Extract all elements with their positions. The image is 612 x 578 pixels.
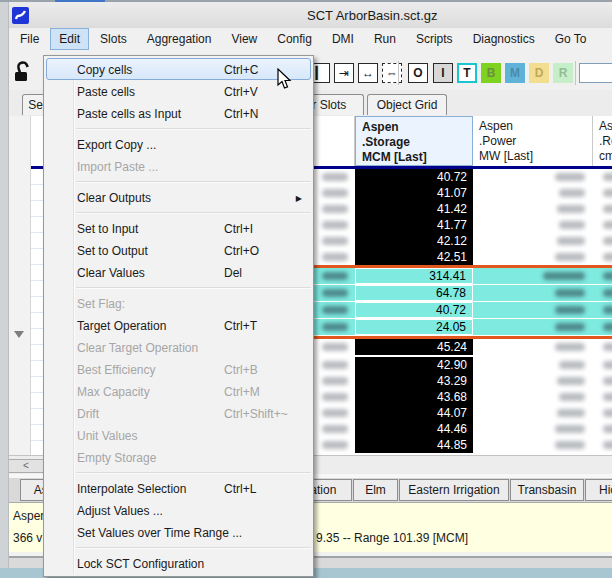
menubar-item-dmi[interactable]: DMI [323,28,363,50]
power-value-cell-redacted [473,302,593,318]
menu-item-set-values-over-time-range[interactable]: Set Values over Time Range ... [46,521,311,543]
power-value-cell-redacted [473,185,593,201]
menubar-item-config[interactable]: Config [268,28,321,50]
power-value-cell-redacted [473,319,593,335]
menu-item-paste-cells-as-input[interactable]: Paste cells as InputCtrl+N [46,102,311,124]
menu-item-lock-sct-configuration[interactable]: Lock SCT Configuration [46,552,311,574]
menu-item-copy-cells[interactable]: Copy cellsCtrl+C [46,58,311,80]
menubar-item-scripts[interactable]: Scripts [407,28,462,50]
expand-column-right-icon[interactable]: ⇥ [334,63,354,83]
menubar-item-aggregation[interactable]: Aggregation [138,28,221,50]
flag-button-r[interactable]: R [553,63,573,83]
menu-item-paste-cells[interactable]: Paste cellsCtrl+V [46,80,311,102]
menu-item-adjust-values[interactable]: Adjust Values ... [46,499,311,521]
power-value-cell-redacted [473,217,593,233]
flag-button-b[interactable]: B [481,63,501,83]
flag-button-m[interactable]: M [505,63,525,83]
column-header-aspen-storage[interactable]: Aspen.StorageMCM [Last] [355,116,473,166]
flag-button-i[interactable]: I [433,63,453,83]
column-header-asp-re[interactable]: Asp.Recms [593,116,612,166]
third-value-cell-redacted [593,421,612,437]
menu-item-clear-outputs[interactable]: Clear Outputs▶ [46,186,311,208]
menu-item-set-to-output[interactable]: Set to OutputCtrl+O [46,239,311,261]
menubar-item-file[interactable]: File [11,28,48,50]
redacted-blur [555,343,585,351]
redacted-blur [559,221,585,229]
storage-value-cell[interactable]: 41.77 [355,217,473,233]
third-value-cell-redacted [593,169,612,185]
flag-button-o[interactable]: O [408,63,428,83]
menubar-item-edit[interactable]: Edit [50,28,89,50]
storage-value-cell[interactable]: 44.46 [355,421,473,437]
storage-value-cell[interactable]: 42.51 [355,249,473,265]
storage-value-cell[interactable]: 44.85 [355,437,473,453]
menubar-item-diagnostics[interactable]: Diagnostics [464,28,544,50]
menu-item-shortcut: Ctrl+L [224,478,256,500]
third-value-cell-redacted [593,201,612,217]
storage-value-cell[interactable]: 43.68 [355,389,473,405]
menu-item-shortcut: Ctrl+C [224,59,258,81]
column-header-line: MCM [Last] [362,150,466,165]
storage-value-cell[interactable]: 42.90 [355,357,473,373]
storage-value-cell[interactable]: 43.29 [355,373,473,389]
object-tab-elm[interactable]: Elm [353,479,398,501]
redacted-blur [555,253,585,261]
redacted-blur [603,441,612,449]
tab-object-grid[interactable]: Object Grid [367,94,447,115]
storage-value-cell[interactable]: 42.12 [355,233,473,249]
object-tab-eastern-irrigation[interactable]: Eastern Irrigation [399,479,509,501]
menu-item-label: Set to Output [77,240,148,262]
storage-value-cell[interactable]: 45.24 [355,339,473,355]
menu-item-export-copy[interactable]: Export Copy ... [46,133,311,155]
storage-value-cell[interactable]: 64.78 [355,285,473,301]
menu-item-shortcut: Ctrl+T [224,315,257,337]
redacted-blur [555,425,585,433]
redacted-blur [603,361,612,369]
status-slot-name: Asper [13,509,44,523]
flag-button-d[interactable]: D [529,63,549,83]
menubar-item-slots[interactable]: Slots [91,28,136,50]
power-value-cell-redacted [473,201,593,217]
third-value-cell-redacted [593,319,612,335]
storage-value-cell[interactable]: 41.42 [355,201,473,217]
column-header-line: .Storage [362,135,466,150]
menubar: FileEditSlotsAggregationViewConfigDMIRun… [8,28,612,50]
window-title: SCT ArborBasin.sct.gz [307,8,438,23]
menu-item-set-to-input[interactable]: Set to InputCtrl+I [46,217,311,239]
menu-item-interpolate-selection[interactable]: Interpolate SelectionCtrl+L [46,477,311,499]
storage-value-cell[interactable]: 44.07 [355,405,473,421]
redacted-blur [555,441,585,449]
menubar-item-run[interactable]: Run [365,28,405,50]
storage-value-cell[interactable]: 40.72 [355,169,473,185]
lock-sct-icon[interactable] [12,59,34,85]
menubar-item-go-to[interactable]: Go To [546,28,596,50]
redacted-blur [322,441,348,449]
edit-menu: Copy cellsCtrl+CPaste cellsCtrl+VPaste c… [43,55,314,577]
storage-value-cell[interactable]: 314.41 [355,268,473,284]
power-value-cell-redacted [473,249,593,265]
menu-item-label: Clear Outputs [77,187,151,209]
storage-value-cell[interactable]: 41.07 [355,185,473,201]
menu-item-clear-values[interactable]: Clear ValuesDel [46,261,311,283]
power-value-cell-redacted [473,389,593,405]
flag-button-t[interactable]: T [457,63,477,83]
menu-item-import-paste: Import Paste ... [46,155,311,177]
power-value-cell-redacted [473,405,593,421]
menu-item-unit-values: Unit Values [46,424,311,446]
storage-value-cell[interactable]: 40.72 [355,302,473,318]
storage-value-cell[interactable]: 24.05 [355,319,473,335]
menubar-item-view[interactable]: View [222,28,266,50]
object-tab-hicko[interactable]: Hicko [585,479,612,501]
mouse-cursor-icon [277,68,293,92]
fit-all-columns-icon[interactable]: ⇔ [382,63,402,83]
toolbar-value-field[interactable] [579,63,612,83]
collapse-triangle-icon[interactable] [14,331,24,338]
fit-column-width-icon[interactable]: ↔ [358,63,378,83]
redacted-blur [555,323,585,331]
menu-item-shortcut: Ctrl+Shift+~ [224,403,288,425]
scroll-left-button[interactable]: < [8,459,44,473]
column-header-aspen-power[interactable]: Aspen.PowerMW [Last] [473,116,593,166]
object-tab-transbasin[interactable]: Transbasin [510,479,584,501]
redacted-blur [322,323,348,331]
menu-item-target-operation[interactable]: Target OperationCtrl+T [46,314,311,336]
